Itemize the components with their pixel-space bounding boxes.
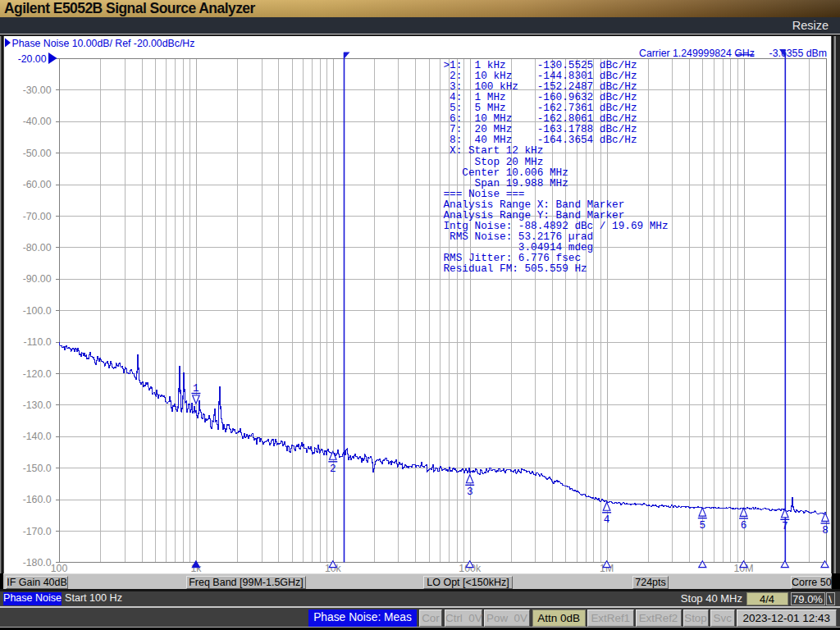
- svg-text:-150.0: -150.0: [23, 463, 52, 474]
- svg-text:-20.00: -20.00: [18, 53, 47, 65]
- svg-text:-160.0: -160.0: [23, 494, 52, 505]
- svg-text:100: 100: [51, 563, 68, 574]
- svg-text:-40.00: -40.00: [23, 116, 52, 127]
- svg-text:-180.0: -180.0: [23, 557, 52, 568]
- svg-text:Residual FM: 505.559 Hz: Residual FM: 505.559 Hz: [444, 262, 587, 275]
- svg-text:-70.00: -70.00: [23, 211, 52, 222]
- svg-text:Carrier 1.249999824 GHz: Carrier 1.249999824 GHz: [639, 48, 755, 59]
- svg-text:3: 3: [467, 486, 473, 498]
- svg-text:-60.00: -60.00: [23, 179, 52, 190]
- svg-text:-130.0: -130.0: [23, 399, 52, 411]
- svg-text:-120.0: -120.0: [23, 368, 52, 380]
- svg-text:-50.00: -50.00: [23, 148, 52, 159]
- svg-text:4: 4: [604, 514, 610, 526]
- svg-text:-110.0: -110.0: [24, 336, 52, 348]
- svg-text:5: 5: [699, 519, 705, 532]
- svg-text:-90.00: -90.00: [23, 273, 52, 285]
- svg-text:7: 7: [782, 520, 788, 532]
- svg-text:-3.6355 dBm: -3.6355 dBm: [769, 48, 827, 59]
- svg-text:8: 8: [822, 524, 829, 536]
- svg-text:-140.0: -140.0: [23, 431, 52, 442]
- svg-text:-100.0: -100.0: [23, 305, 52, 317]
- svg-text:-30.00: -30.00: [23, 84, 52, 96]
- svg-text:1: 1: [193, 382, 199, 395]
- svg-text:2: 2: [330, 463, 336, 475]
- svg-text:6: 6: [741, 519, 747, 532]
- svg-text:-170.0: -170.0: [23, 526, 52, 537]
- svg-text:-80.00: -80.00: [23, 242, 52, 253]
- svg-text:Phase Noise 10.00dB/ Ref -20.0: Phase Noise 10.00dB/ Ref -20.00dBc/Hz: [12, 38, 195, 49]
